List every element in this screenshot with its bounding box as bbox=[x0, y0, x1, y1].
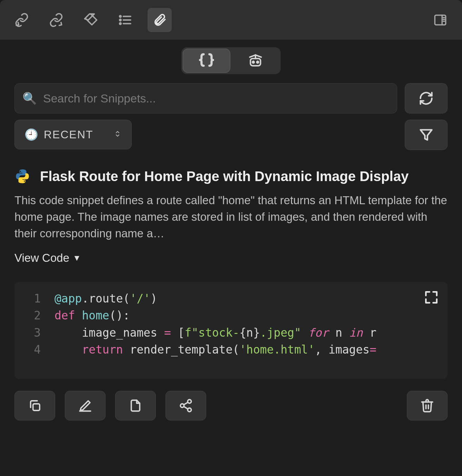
search-box[interactable]: 🔍 bbox=[14, 83, 397, 113]
expand-button[interactable] bbox=[424, 290, 439, 307]
sort-label: RECENT bbox=[44, 128, 93, 141]
link-outgoing-icon bbox=[49, 13, 63, 27]
svg-point-12 bbox=[252, 61, 254, 63]
share-icon bbox=[179, 398, 193, 413]
copy-icon bbox=[28, 398, 42, 413]
braces-icon bbox=[198, 52, 215, 69]
link-incoming-icon bbox=[14, 13, 29, 27]
refresh-button[interactable] bbox=[405, 83, 448, 113]
svg-point-13 bbox=[257, 61, 259, 63]
trash-icon bbox=[420, 398, 434, 413]
assistant-icon bbox=[247, 52, 264, 69]
svg-point-4 bbox=[120, 19, 121, 20]
sidebar-toggle-button[interactable] bbox=[428, 8, 452, 32]
link-outgoing-button[interactable] bbox=[44, 8, 68, 32]
sidebar-toggle-icon bbox=[433, 13, 448, 27]
assistant-view-button[interactable] bbox=[232, 49, 279, 73]
chevron-updown-icon bbox=[113, 130, 122, 139]
list-button[interactable] bbox=[113, 8, 137, 32]
filter-icon bbox=[419, 127, 434, 142]
tag-button[interactable] bbox=[79, 8, 103, 32]
svg-line-22 bbox=[184, 406, 188, 409]
code-line: 2 def home(): bbox=[23, 307, 439, 324]
share-button[interactable] bbox=[165, 391, 206, 420]
python-icon bbox=[14, 168, 30, 184]
snippet-card: Flask Route for Home Page with Dynamic I… bbox=[14, 167, 448, 420]
code-block: 1 @app.route('/') 2 def home(): 3 image_… bbox=[14, 282, 448, 379]
svg-point-3 bbox=[120, 16, 121, 17]
tag-icon bbox=[83, 13, 98, 27]
copy-button[interactable] bbox=[14, 391, 55, 420]
snippet-description: This code snippet defines a route called… bbox=[14, 192, 448, 242]
link-incoming-button[interactable] bbox=[10, 8, 34, 32]
code-line: 3 image_names = [f"stock-{n}.jpeg" for n… bbox=[23, 324, 439, 341]
code-line: 4 return render_template('home.html', im… bbox=[23, 341, 439, 358]
code-line: 1 @app.route('/') bbox=[23, 290, 439, 307]
search-input[interactable] bbox=[43, 92, 389, 105]
filter-button[interactable] bbox=[405, 120, 448, 150]
list-icon bbox=[118, 13, 132, 27]
edit-button[interactable] bbox=[65, 391, 106, 420]
search-icon: 🔍 bbox=[22, 91, 37, 105]
top-toolbar bbox=[0, 0, 462, 40]
refresh-icon bbox=[419, 91, 434, 106]
view-code-label: View Code bbox=[14, 251, 69, 265]
chevron-down-icon: ▼ bbox=[73, 253, 81, 263]
sort-dropdown[interactable]: 🕘 RECENT bbox=[14, 120, 132, 149]
snippet-title: Flask Route for Home Page with Dynamic I… bbox=[40, 167, 409, 185]
svg-marker-15 bbox=[421, 130, 432, 140]
snippet-action-bar bbox=[14, 391, 448, 420]
expand-icon bbox=[424, 290, 439, 305]
snippets-view-button[interactable] bbox=[183, 49, 230, 73]
clock-icon: 🕘 bbox=[24, 128, 38, 141]
attachment-button[interactable] bbox=[148, 8, 172, 32]
content-area: 🔍 🕘 RECENT bbox=[0, 40, 462, 476]
file-button[interactable] bbox=[115, 391, 156, 420]
svg-point-5 bbox=[120, 23, 121, 24]
attachment-icon bbox=[152, 13, 167, 27]
view-mode-toggle bbox=[14, 47, 448, 74]
svg-rect-16 bbox=[33, 404, 40, 410]
edit-icon bbox=[78, 398, 92, 413]
view-code-toggle[interactable]: View Code ▼ bbox=[14, 251, 81, 265]
svg-line-21 bbox=[184, 402, 188, 405]
delete-button[interactable] bbox=[407, 391, 448, 420]
file-icon bbox=[128, 398, 143, 413]
